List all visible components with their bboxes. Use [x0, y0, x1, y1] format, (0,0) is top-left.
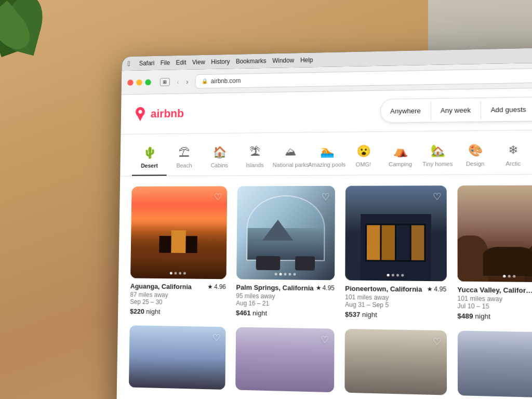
category-tiny-homes[interactable]: 🏡 Tiny homes [419, 140, 456, 175]
listing-info-4: Yucca Valley, Califor… ★ 4.89 101 miles … [457, 282, 532, 322]
menu-view[interactable]: View [192, 59, 205, 66]
search-bar[interactable]: Anywhere Any week Add guests 🔍 [380, 97, 532, 123]
listings-grid: ♡ Aguanga, California ★ 4.96 [117, 175, 532, 399]
dot [293, 273, 296, 275]
listing-card-3[interactable]: ♡ Pioneertown, California ★ 4 [345, 185, 447, 320]
cabins-icon: 🏠 [212, 145, 226, 159]
image-dots-3 [387, 274, 404, 276]
lock-icon: 🔒 [202, 78, 208, 84]
listing-image-6: ♡ [235, 327, 335, 393]
dot [179, 272, 181, 274]
menu-help[interactable]: Help [300, 56, 313, 63]
add-guests-pill[interactable]: Add guests [481, 100, 532, 119]
listing-top-2: Palm Springs, California ★ 4.95 [236, 283, 335, 292]
website-content: airbnb Anywhere Any week Add guests 🔍 🌵 … [116, 88, 532, 399]
favorite-button-6[interactable]: ♡ [321, 334, 329, 345]
category-arctic[interactable]: ❄ Arctic [494, 139, 532, 174]
airbnb-header: airbnb Anywhere Any week Add guests 🔍 [121, 88, 532, 135]
anywhere-pill[interactable]: Anywhere [381, 101, 431, 120]
listing-image-5: ♡ [129, 325, 225, 390]
category-islands[interactable]: 🏝 Islands [237, 141, 273, 176]
menu-bar-items: Safari File Edit View History Bookmarks … [139, 56, 313, 66]
favorite-button-3[interactable]: ♡ [432, 191, 441, 202]
close-button[interactable] [127, 79, 133, 86]
menu-edit[interactable]: Edit [176, 59, 187, 66]
favorite-button-7[interactable]: ♡ [432, 336, 441, 348]
tiny-homes-icon: 🏡 [430, 144, 445, 158]
dot [279, 273, 282, 275]
omg-icon: 😮 [356, 144, 370, 158]
category-label-islands: Islands [246, 162, 263, 168]
category-label-tiny-homes: Tiny homes [422, 161, 453, 167]
category-cabins[interactable]: 🏠 Cabins [202, 141, 237, 175]
category-beach[interactable]: ⛱ Beach [167, 142, 202, 176]
dot [508, 275, 510, 277]
category-nav: 🌵 Desert ⛱ Beach 🏠 Cabins 🏝 Islands [120, 130, 532, 176]
url-display: airbnb.com [211, 77, 241, 85]
dot [396, 274, 399, 276]
any-week-pill[interactable]: Any week [431, 100, 481, 119]
plant-decoration [0, 0, 73, 73]
listing-card-6[interactable]: ♡ [235, 327, 335, 393]
listing-price-1: $220 night [130, 308, 225, 317]
address-bar[interactable]: 🔒 airbnb.com ··· [195, 68, 532, 88]
listing-card-5[interactable]: ♡ [129, 325, 225, 390]
category-label-cabins: Cabins [210, 162, 228, 168]
back-button[interactable]: ‹ [175, 76, 181, 87]
dot [387, 274, 390, 276]
listing-price-3: $537 night [345, 310, 447, 320]
listing-rating-1: ★ 4.96 [207, 283, 226, 290]
listing-location-4: Yucca Valley, Califor… [457, 286, 532, 295]
listing-image-3: ♡ [345, 185, 446, 281]
favorite-button-5[interactable]: ♡ [212, 332, 220, 343]
listing-rating-2: ★ 4.95 [315, 284, 335, 292]
listing-card-7[interactable]: ♡ [344, 329, 446, 395]
listing-card-8[interactable]: ♡ [457, 331, 532, 398]
category-national-parks[interactable]: ⛰ National parks [273, 141, 309, 175]
arctic-icon: ❄ [508, 143, 518, 157]
apple-logo-icon:  [128, 60, 130, 68]
listing-image-2: ♡ [236, 186, 335, 280]
listing-location-1: Aguanga, California [130, 282, 192, 290]
listing-image-7: ♡ [344, 329, 446, 395]
category-amazing-pools[interactable]: 🏊 Amazing pools [309, 141, 345, 175]
menu-history[interactable]: History [211, 58, 230, 65]
airbnb-wordmark: airbnb [151, 107, 184, 121]
islands-icon: 🏝 [249, 145, 261, 159]
tab-switcher-icon[interactable]: ⊞ [160, 77, 170, 86]
image-dots-4 [503, 275, 515, 277]
tab-bar: ⊞ [160, 77, 170, 86]
listing-card-2[interactable]: ♡ Palm Springs, California [236, 186, 335, 318]
menu-file[interactable]: File [161, 59, 170, 66]
category-label-beach: Beach [176, 162, 192, 168]
beach-icon: ⛱ [179, 146, 190, 159]
menu-bookmarks[interactable]: Bookmarks [236, 57, 267, 65]
category-label-arctic: Arctic [506, 160, 521, 166]
listing-card-4[interactable]: ♡ Yucca Valley, Califor… ★ 4.89 [457, 185, 532, 322]
image-dots-1 [170, 272, 186, 274]
favorite-button-1[interactable]: ♡ [214, 191, 222, 203]
category-desert[interactable]: 🌵 Desert [132, 142, 167, 176]
category-label-amazing-pools: Amazing pools [308, 162, 345, 168]
forward-button[interactable]: › [184, 76, 190, 87]
category-camping[interactable]: ⛺ Camping [382, 140, 419, 175]
traffic-lights [127, 79, 151, 85]
maximize-button[interactable] [145, 79, 151, 85]
menu-window[interactable]: Window [272, 57, 294, 64]
category-omg[interactable]: 😮 OMG! [345, 140, 382, 175]
listing-dates-1: Sep 25 – 30 [130, 298, 225, 307]
listing-dates-3: Aug 31 – Sep 5 [345, 301, 446, 310]
listing-image-4: ♡ [457, 185, 532, 283]
design-icon: 🎨 [468, 143, 483, 157]
menu-safari[interactable]: Safari [139, 60, 155, 67]
dot [274, 273, 277, 275]
listing-card-1[interactable]: ♡ Aguanga, California ★ 4.96 [130, 186, 227, 316]
minimize-button[interactable] [136, 79, 142, 85]
listing-dates-4: Jul 10 – 15 [457, 302, 532, 311]
category-design[interactable]: 🎨 Design [456, 139, 494, 175]
amazing-pools-icon: 🏊 [320, 145, 334, 158]
listing-image-1: ♡ [130, 186, 227, 279]
screen-bezel:  Safari File Edit View History Bookmark… [116, 47, 532, 399]
favorite-button-2[interactable]: ♡ [322, 191, 330, 203]
category-label-design: Design [466, 161, 485, 167]
